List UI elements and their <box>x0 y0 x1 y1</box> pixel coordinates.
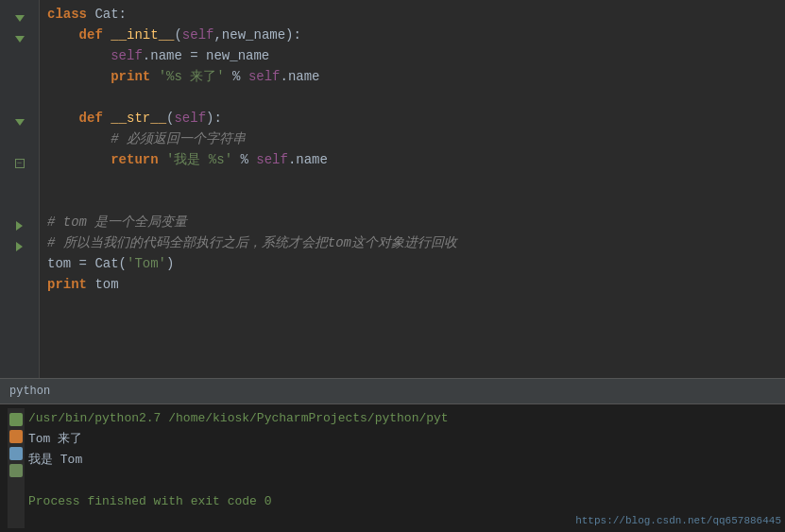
gutter-line-7 <box>15 132 25 153</box>
gutter-line-8[interactable]: − <box>15 153 25 174</box>
terminal-icon-4[interactable] <box>9 464 23 477</box>
editor-gutter: − <box>0 0 40 378</box>
terminal-line-1: /usr/bin/python2.7 /home/kiosk/PycharmPr… <box>28 408 781 429</box>
gutter-line-12[interactable] <box>15 236 25 257</box>
gutter-line-13 <box>15 257 25 278</box>
code-lines: class Cat: def __init__(self,new_name): … <box>40 0 785 378</box>
gutter-line-10 <box>15 195 25 215</box>
terminal-header: python <box>0 378 785 404</box>
gutter-line-3 <box>15 49 25 70</box>
code-text: Cat: <box>87 7 127 22</box>
code-line-11: # tom 是一个全局变量 <box>40 212 785 232</box>
terminal-area: /usr/bin/python2.7 /home/kiosk/PycharmPr… <box>0 404 785 532</box>
code-editor: − class Cat: def __init__(self,new_name)… <box>0 0 785 378</box>
code-line-8: return '我是 %s' % self.name <box>40 149 785 170</box>
terminal-line-3: 我是 Tom <box>28 450 781 471</box>
gutter-icons: − <box>15 4 25 299</box>
terminal-icon-1[interactable] <box>9 413 23 426</box>
code-line-14: print tom <box>40 274 785 295</box>
code-line-4: print '%s 来了' % self.name <box>40 66 785 87</box>
gutter-line-2[interactable] <box>15 28 25 49</box>
code-line-12: # 所以当我们的代码全部执行之后，系统才会把tom这个对象进行回收 <box>40 232 785 253</box>
code-line-3: self.name = new_name <box>40 45 785 66</box>
code-line-2: def __init__(self,new_name): <box>40 25 785 45</box>
terminal-header-label: python <box>9 385 50 398</box>
code-line-6: def __str__(self): <box>40 108 785 129</box>
gutter-line-1[interactable] <box>15 8 25 28</box>
code-line-9 <box>40 170 785 191</box>
terminal-line-2: Tom 来了 <box>28 429 781 450</box>
code-line-1: class Cat: <box>40 4 785 25</box>
gutter-line-4 <box>15 70 25 91</box>
gutter-line-11[interactable] <box>15 215 25 236</box>
gutter-line-6[interactable] <box>15 112 25 132</box>
terminal-gutter <box>8 408 25 528</box>
terminal-icon-2[interactable] <box>9 430 23 443</box>
gutter-line-5 <box>15 91 25 112</box>
watermark: https://blog.csdn.net/qq657886445 <box>575 515 781 526</box>
terminal-line-4 <box>28 471 781 491</box>
terminal-content: /usr/bin/python2.7 /home/kiosk/PycharmPr… <box>25 408 781 528</box>
code-line-5 <box>40 87 785 108</box>
code-line-7: # 必须返回一个字符串 <box>40 129 785 149</box>
gutter-line-14 <box>15 278 25 299</box>
gutter-line-9 <box>15 174 25 195</box>
code-line-10 <box>40 191 785 212</box>
terminal-line-5: Process finished with exit code 0 <box>28 491 781 512</box>
code-line-13: tom = Cat('Tom') <box>40 253 785 274</box>
terminal-icon-3[interactable] <box>9 447 23 460</box>
keyword-class: class <box>47 7 87 22</box>
